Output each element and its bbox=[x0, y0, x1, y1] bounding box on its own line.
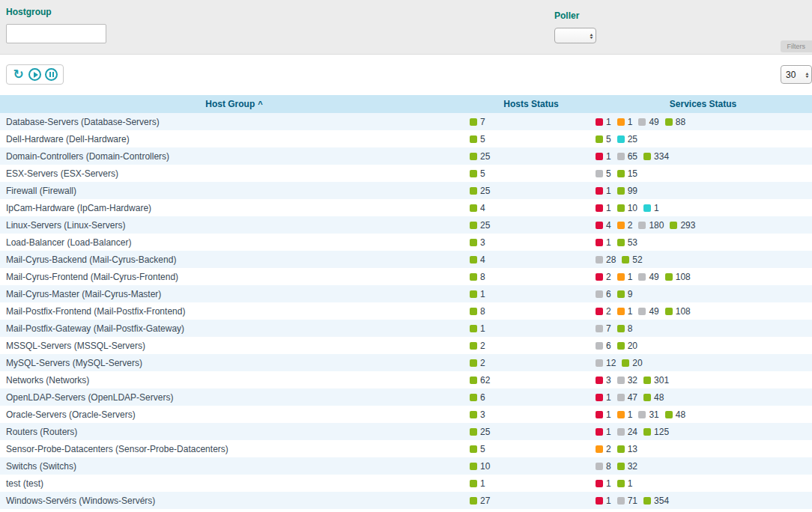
ok-count: 25 bbox=[480, 427, 490, 437]
hosts-status-cell: 25 bbox=[468, 216, 594, 234]
table-row[interactable]: MSSQL-Servers (MSSQL-Servers)2620 bbox=[0, 337, 812, 354]
table-row[interactable]: Windows-Servérs (Windows-Servérs)2717135… bbox=[0, 492, 812, 509]
ok-status-badge: 88 bbox=[665, 117, 685, 127]
ok-count: 5 bbox=[480, 444, 485, 454]
critical-count: 4 bbox=[606, 220, 611, 231]
warning-count: 1 bbox=[628, 306, 633, 317]
services-status-cell: 69 bbox=[594, 285, 812, 302]
hostgroup-name: Oracle-Servers (Oracle-Servers) bbox=[0, 406, 468, 423]
refresh-icon[interactable]: ↻ bbox=[12, 68, 25, 81]
critical-count: 1 bbox=[606, 203, 611, 213]
unknown-count: 24 bbox=[628, 427, 637, 437]
ok-square-icon bbox=[617, 170, 625, 177]
table-row[interactable]: Mail-Cyrus-Frontend (Mail-Cyrus-Frontend… bbox=[0, 268, 812, 285]
ok-square-icon bbox=[470, 428, 477, 436]
hosts-status-cell: 62 bbox=[468, 371, 594, 388]
column-header-hosts-status[interactable]: Hosts Status bbox=[468, 95, 594, 113]
ok-status-badge: 301 bbox=[643, 375, 669, 385]
critical-count: 1 bbox=[606, 237, 611, 248]
ok-square-icon bbox=[470, 273, 477, 281]
unknown-square-icon bbox=[596, 170, 603, 177]
table-row[interactable]: Networks (Networks)62332301 bbox=[0, 371, 812, 388]
ok-count: 48 bbox=[676, 409, 685, 420]
table-row[interactable]: Domain-Controllers (Domain-Controllers)2… bbox=[0, 147, 812, 165]
unknown-status-badge: 7 bbox=[596, 323, 611, 334]
hostgroup-name: Networks (Networks) bbox=[0, 371, 468, 388]
table-row[interactable]: Routers (Routers)25124125 bbox=[0, 423, 812, 440]
critical-status-badge: 3 bbox=[596, 375, 611, 385]
table-row[interactable]: Mail-Cyrus-Master (Mail-Cyrus-Master)169 bbox=[0, 285, 812, 302]
hostgroup-filter: Hostgroup bbox=[6, 7, 106, 43]
ok-count: 1 bbox=[480, 289, 485, 299]
ok-count: 125 bbox=[654, 427, 669, 437]
ok-square-icon bbox=[617, 463, 625, 470]
table-row[interactable]: Mail-Postfix-Frontend (Mail-Postfix-Fron… bbox=[0, 302, 812, 320]
ok-count: 99 bbox=[628, 186, 637, 196]
ok-count: 1 bbox=[480, 323, 485, 334]
unknown-count: 49 bbox=[649, 117, 658, 127]
column-header-host-group[interactable]: Host Group^ bbox=[0, 95, 468, 113]
services-status-cell: 525 bbox=[594, 130, 812, 147]
filters-button[interactable]: Filters bbox=[781, 40, 812, 52]
warning-count: 2 bbox=[606, 444, 611, 454]
table-row[interactable]: Oracle-Servers (Oracle-Servers)3113148 bbox=[0, 406, 812, 423]
ok-square-icon bbox=[470, 342, 477, 350]
warning-status-badge: 1 bbox=[617, 409, 633, 420]
hosts-status-cell: 2 bbox=[468, 337, 594, 354]
column-header-services-status[interactable]: Services Status bbox=[594, 95, 812, 113]
unknown-status-badge: 12 bbox=[596, 358, 616, 368]
ok-square-icon bbox=[617, 445, 625, 453]
table-row[interactable]: Linux-Servers (Linux-Servers)2542180293 bbox=[0, 216, 812, 234]
hosts-status-cell: 5 bbox=[468, 440, 594, 457]
hostgroup-table: Host Group^ Hosts Status Services Status… bbox=[0, 95, 812, 509]
table-row[interactable]: Switchs (Switchs)10832 bbox=[0, 457, 812, 475]
warning-count: 1 bbox=[628, 409, 633, 420]
pause-icon[interactable] bbox=[45, 68, 58, 81]
services-status-cell: 2852 bbox=[594, 251, 812, 268]
poller-select[interactable]: ▲▼ bbox=[554, 28, 596, 43]
ok-status-badge: 4 bbox=[470, 203, 485, 213]
table-row[interactable]: Firewall (Firewall)25199 bbox=[0, 182, 812, 199]
toolbar: ↻ 30 ▲▼ bbox=[0, 55, 812, 95]
table-row[interactable]: Dell-Hardware (Dell-Hardware)5525 bbox=[0, 130, 812, 147]
table-row[interactable]: Sensor-Probe-Datacenters (Sensor-Probe-D… bbox=[0, 440, 812, 457]
table-row[interactable]: test (test)111 bbox=[0, 475, 812, 492]
unknown-count: 49 bbox=[649, 272, 658, 282]
pending-status-badge: 1 bbox=[643, 203, 659, 213]
services-status-cell: 14748 bbox=[594, 388, 812, 406]
table-row[interactable]: OpenLDAP-Servers (OpenLDAP-Servers)61474… bbox=[0, 388, 812, 406]
table-row[interactable]: MySQL-Servers (MySQL-Servers)21220 bbox=[0, 354, 812, 371]
warning-status-badge: 1 bbox=[617, 117, 633, 127]
table-row[interactable]: IpCam-Hardware (IpCam-Hardware)41101 bbox=[0, 199, 812, 216]
ok-count: 32 bbox=[628, 461, 637, 472]
critical-count: 1 bbox=[606, 478, 611, 489]
ok-square-icon bbox=[670, 222, 677, 229]
pending-count: 1 bbox=[654, 203, 659, 213]
table-row[interactable]: Load-Balancer (Load-Balancer)3153 bbox=[0, 234, 812, 251]
page-size-select[interactable]: 30 ▲▼ bbox=[781, 65, 812, 84]
unknown-count: 6 bbox=[606, 341, 611, 351]
hosts-status-cell: 4 bbox=[468, 199, 594, 216]
warning-square-icon bbox=[617, 118, 625, 126]
ok-square-icon bbox=[470, 359, 477, 367]
ok-count: 13 bbox=[628, 444, 637, 454]
hostgroup-name: MSSQL-Servers (MSSQL-Servers) bbox=[0, 337, 468, 354]
play-icon[interactable] bbox=[28, 68, 41, 81]
ok-square-icon bbox=[665, 308, 673, 315]
ok-square-icon bbox=[643, 377, 651, 384]
unknown-square-icon bbox=[638, 118, 646, 126]
ok-count: 4 bbox=[480, 255, 485, 265]
ok-status-badge: 1 bbox=[470, 323, 485, 334]
unknown-status-badge: 24 bbox=[617, 427, 637, 437]
table-row[interactable]: Mail-Cyrus-Backend (Mail-Cyrus-Backend)4… bbox=[0, 251, 812, 268]
ok-status-badge: 10 bbox=[470, 461, 490, 472]
critical-status-badge: 1 bbox=[596, 237, 611, 248]
hostgroup-input[interactable] bbox=[6, 24, 106, 43]
table-row[interactable]: Database-Servers (Database-Servers)71149… bbox=[0, 113, 812, 130]
table-row[interactable]: Mail-Postfix-Gateway (Mail-Postfix-Gatew… bbox=[0, 320, 812, 337]
ok-status-badge: 10 bbox=[617, 203, 637, 213]
unknown-status-badge: 180 bbox=[638, 220, 664, 231]
table-row[interactable]: ESX-Servers (ESX-Servers)5515 bbox=[0, 165, 812, 182]
ok-count: 108 bbox=[676, 306, 691, 317]
ok-status-badge: 4 bbox=[470, 255, 485, 265]
